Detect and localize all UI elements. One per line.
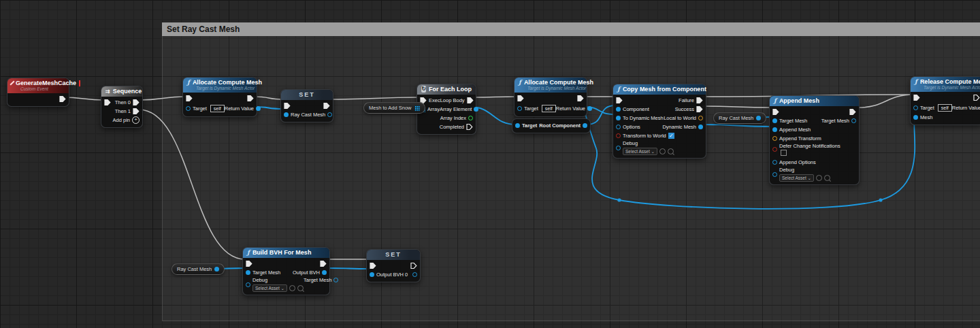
exec-wire[interactable]: [139, 97, 186, 100]
build-bvh-for-mesh-pin-debug[interactable]: DebugSelect Asset ⌄: [246, 277, 304, 292]
self-value-box[interactable]: self: [542, 105, 556, 112]
search-icon[interactable]: [824, 175, 830, 181]
generate-mesh-cache-event[interactable]: GenerateMeshCacheCustom Event: [7, 78, 69, 107]
set-output-bvh[interactable]: SETOutput BVH 0: [366, 249, 421, 282]
set-ray-cast-mesh-pin-obj[interactable]: [325, 112, 332, 117]
sequence-node-pin-then-0[interactable]: Then 0: [115, 99, 140, 106]
set-ray-cast-mesh[interactable]: SETRay Cast Mesh: [280, 89, 333, 122]
allocate-compute-mesh-1[interactable]: ƒAllocate Compute MeshTarget is Dynamic …: [182, 77, 257, 117]
append-mesh-pin-append-mesh[interactable]: Append Mesh: [772, 127, 811, 133]
append-mesh-pin-exec[interactable]: [847, 108, 856, 116]
copy-mesh-from-component-pin-local-to-world[interactable]: Local to World: [664, 115, 703, 121]
copy-mesh-from-component-pin-failure[interactable]: Failure: [679, 97, 703, 104]
for-each-loop-pin-array-element[interactable]: Array Element: [440, 106, 479, 112]
select-asset-dropdown[interactable]: Select Asset ⌄: [779, 174, 814, 182]
set-output-bvh-pin-exec[interactable]: [408, 262, 417, 269]
exec-wire[interactable]: [472, 97, 518, 97]
build-bvh-for-mesh-pin-target-mesh[interactable]: Target Mesh: [246, 269, 280, 276]
reroute-node[interactable]: [879, 198, 882, 201]
set-output-bvh-pin-obj[interactable]: [410, 272, 417, 277]
build-bvh-for-mesh[interactable]: ƒBuild BVH For MeshTarget MeshOutput BVH…: [242, 247, 330, 295]
reroute-node[interactable]: [617, 198, 621, 201]
exec-wire[interactable]: [702, 106, 772, 108]
copy-mesh-from-component-pin-transform-to-world[interactable]: Transform to World✓: [616, 133, 674, 139]
blueprint-graph-canvas[interactable]: Set Ray Cast Mesh GenerateMeshCacheCusto…: [0, 0, 980, 328]
select-asset-dropdown[interactable]: Select Asset ⌄: [623, 148, 657, 155]
set-ray-cast-mesh-pin-exec[interactable]: [284, 102, 293, 110]
set-ray-cast-mesh-pin-exec[interactable]: [321, 102, 330, 110]
self-value-box[interactable]: self: [210, 105, 225, 112]
append-mesh-pin-debug[interactable]: DebugSelect Asset ⌄: [772, 167, 830, 182]
allocate-compute-mesh-2-pin-exec[interactable]: [517, 95, 526, 102]
build-bvh-for-mesh-pin-exec[interactable]: [318, 260, 327, 267]
search-icon[interactable]: [297, 285, 304, 291]
append-mesh-pin-target-mesh[interactable]: Target Mesh: [821, 118, 856, 124]
generate-mesh-cache-event-pin-exec[interactable]: [57, 95, 66, 103]
set-output-bvh-pin-output-bvh-0[interactable]: Output BVH 0: [370, 272, 408, 278]
checkbox[interactable]: [781, 150, 787, 156]
append-mesh-asset-picker[interactable]: Select Asset ⌄: [779, 174, 830, 182]
for-each-loop-pin-loop-body[interactable]: Loop Body: [440, 97, 474, 104]
copy-mesh-from-component[interactable]: ƒCopy Mesh from ComponentFailureComponen…: [612, 84, 706, 159]
exec-wire[interactable]: [139, 110, 245, 259]
append-mesh-pin-target-mesh[interactable]: Target Mesh: [772, 118, 807, 124]
release-compute-mesh-pin-mesh[interactable]: Mesh: [913, 114, 932, 120]
get-ray-cast-mesh-bottom[interactable]: Ray Cast Mesh: [172, 263, 225, 275]
for-each-loop-pin-array-index[interactable]: Array Index: [440, 115, 473, 121]
allocate-compute-mesh-1-pin-target[interactable]: Targetself: [186, 105, 225, 112]
copy-mesh-from-component-pin-exec[interactable]: [616, 97, 625, 104]
get-root-component-pin-target[interactable]: Target: [515, 122, 537, 129]
exec-wire[interactable]: [329, 97, 421, 99]
for-each-loop-pin-completed[interactable]: Completed: [440, 123, 473, 131]
sequence-node-pin-exec[interactable]: [104, 99, 113, 106]
allocate-compute-mesh-2[interactable]: ƒAllocate Compute MeshTarget is Dynamic …: [514, 77, 587, 117]
allocate-compute-mesh-2-pin-exec[interactable]: [575, 95, 584, 102]
release-compute-mesh-pin-exec[interactable]: [913, 94, 922, 101]
get-ray-cast-mesh-mid[interactable]: Ray Cast Mesh: [713, 112, 766, 124]
reset-icon[interactable]: [659, 148, 666, 154]
data-wire[interactable]: [703, 125, 772, 127]
build-bvh-for-mesh-pin-output-bvh[interactable]: Output BVH: [293, 269, 327, 276]
copy-mesh-from-component-pin-success[interactable]: Success: [675, 105, 703, 113]
build-bvh-for-mesh-pin-target-mesh[interactable]: Target Mesh: [304, 277, 338, 283]
append-mesh-pin-append-options[interactable]: Append Options: [772, 159, 816, 165]
get-mesh-to-add-snow[interactable]: Mesh to Add Snow: [363, 102, 425, 114]
get-root-component-pin-root-component[interactable]: Root Component: [539, 122, 587, 129]
append-mesh[interactable]: ƒAppend MeshTarget MeshTarget MeshAppend…: [769, 95, 860, 185]
release-compute-mesh-pin-exec[interactable]: [971, 94, 980, 101]
copy-mesh-from-component-pin-dynamic-mesh[interactable]: Dynamic Mesh: [662, 124, 703, 130]
append-mesh-pin-append-transform[interactable]: Append Transform: [772, 135, 821, 142]
for-each-loop[interactable]: ↻For Each LoopExecLoop BodyArrayArray El…: [416, 84, 476, 135]
self-value-box[interactable]: self: [938, 104, 952, 112]
allocate-compute-mesh-2-pin-target[interactable]: Targetself: [517, 105, 556, 112]
copy-mesh-from-component-asset-picker[interactable]: Select Asset ⌄: [623, 148, 674, 155]
allocate-compute-mesh-2-pin-return-value[interactable]: Return Value: [556, 105, 592, 112]
sequence-node-pin-then-1[interactable]: Then 1: [115, 108, 140, 115]
set-output-bvh-pin-exec[interactable]: [370, 262, 378, 269]
release-compute-mesh[interactable]: ƒRelease Compute MeshTarget is Dynamic M…: [910, 76, 980, 125]
set-ray-cast-mesh-pin-ray-cast-mesh[interactable]: Ray Cast Mesh: [284, 112, 325, 118]
release-compute-mesh-pin-return-value[interactable]: Return Value: [952, 105, 980, 111]
allocate-compute-mesh-1-pin-exec[interactable]: [186, 95, 195, 102]
reset-icon[interactable]: [289, 285, 295, 291]
allocate-compute-mesh-1-pin-exec[interactable]: [245, 95, 254, 102]
select-asset-dropdown[interactable]: Select Asset ⌄: [252, 284, 287, 292]
copy-mesh-from-component-pin-to-dynamic-mesh[interactable]: To Dynamic Mesh: [616, 115, 664, 121]
exec-wire[interactable]: [858, 95, 914, 108]
copy-mesh-from-component-pin-options[interactable]: Options: [616, 124, 640, 130]
build-bvh-for-mesh-asset-picker[interactable]: Select Asset ⌄: [252, 284, 304, 292]
append-mesh-pin-defer-change-notifications[interactable]: Defer Change Notifications: [772, 143, 840, 156]
checkbox[interactable]: ✓: [668, 133, 674, 139]
search-icon[interactable]: [668, 148, 674, 154]
sequence-node-pin-add-pin[interactable]: Add pin+: [113, 116, 140, 124]
append-mesh-pin-exec[interactable]: [772, 108, 781, 116]
get-root-component[interactable]: TargetRoot Component: [512, 118, 591, 133]
build-bvh-for-mesh-pin-exec[interactable]: [246, 260, 255, 267]
allocate-compute-mesh-1-pin-return-value[interactable]: Return Value: [225, 105, 261, 112]
reset-icon[interactable]: [816, 175, 822, 181]
release-compute-mesh-pin-target[interactable]: Targetself: [913, 104, 952, 112]
copy-mesh-from-component-pin-component[interactable]: Component: [616, 106, 649, 112]
sequence-node[interactable]: ⇉SequenceThen 0Then 1Add pin+: [101, 86, 143, 128]
copy-mesh-from-component-pin-debug[interactable]: DebugSelect Asset ⌄: [616, 140, 674, 155]
data-wire[interactable]: [329, 268, 370, 269]
